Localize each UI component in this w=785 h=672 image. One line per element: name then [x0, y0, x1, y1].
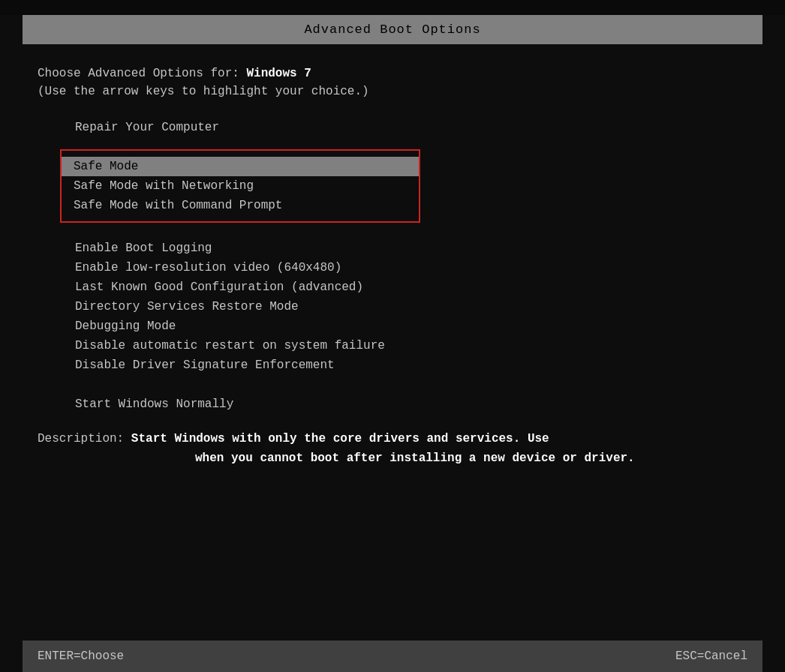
esc-label: ESC=Cancel	[675, 650, 747, 663]
menu-item-1[interactable]: Enable low-resolution video (640x480)	[75, 261, 747, 274]
intro-line2: (Use the arrow keys to highlight your ch…	[38, 85, 747, 98]
description-text1: Start Windows with only the core drivers…	[131, 432, 549, 446]
title-text: Advanced Boot Options	[304, 22, 480, 37]
intro-line1: Choose Advanced Options for: Windows 7	[38, 67, 747, 80]
bottom-bar: ENTER=Choose ESC=Cancel	[23, 640, 762, 672]
intro-os: Windows 7	[246, 67, 311, 80]
description-line1: Description: Start Windows with only the…	[38, 430, 747, 449]
menu-item-5[interactable]: Disable automatic restart on system fail…	[75, 339, 747, 352]
main-content: Choose Advanced Options for: Windows 7 (…	[0, 44, 785, 411]
description-label: Description:	[38, 432, 131, 446]
intro-prefix: Choose Advanced Options for:	[38, 67, 246, 80]
enter-label: ENTER=Choose	[38, 650, 124, 663]
bios-screen: Advanced Boot Options Choose Advanced Op…	[0, 15, 785, 672]
menu-item-6[interactable]: Disable Driver Signature Enforcement	[75, 358, 747, 372]
safe-mode-item-1[interactable]: Safe Mode with Networking	[62, 176, 419, 196]
repair-option[interactable]: Repair Your Computer	[75, 121, 747, 134]
safe-mode-item-2[interactable]: Safe Mode with Command Prompt	[62, 196, 419, 215]
description-section: Description: Start Windows with only the…	[0, 430, 785, 468]
menu-item-2[interactable]: Last Known Good Configuration (advanced)	[75, 280, 747, 294]
menu-item-3[interactable]: Directory Services Restore Mode	[75, 300, 747, 314]
menu-item-4[interactable]: Debugging Mode	[75, 320, 747, 333]
menu-item-0[interactable]: Enable Boot Logging	[75, 242, 747, 255]
safe-mode-item-0[interactable]: Safe Mode	[62, 157, 419, 176]
safe-mode-box: Safe Mode Safe Mode with Networking Safe…	[60, 149, 420, 223]
title-bar: Advanced Boot Options	[23, 15, 762, 44]
start-normally[interactable]: Start Windows Normally	[75, 398, 747, 411]
description-line2: when you cannot boot after installing a …	[195, 449, 747, 469]
